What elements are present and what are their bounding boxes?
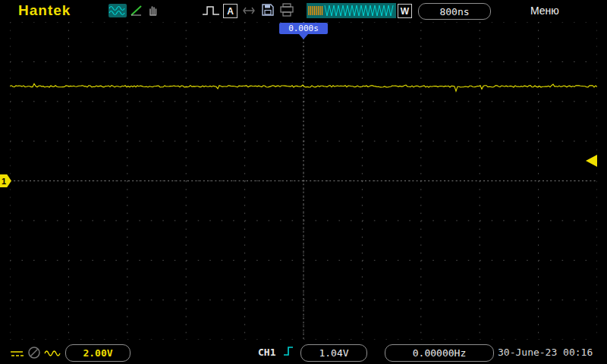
waveform-display: 0.000s [10, 22, 597, 340]
ch1-scale-readout: 2.00V [65, 344, 131, 362]
timebase-readout: 800ns [418, 3, 491, 20]
rising-edge-glyph [282, 345, 294, 357]
pan-arrows-glyph [241, 5, 256, 17]
print-icon[interactable] [279, 3, 294, 17]
trigger-source-label: CH1 [258, 347, 275, 358]
bw-limit-icon [27, 346, 41, 359]
window-zone-label: W [401, 6, 409, 17]
graticule [10, 22, 597, 340]
sine-bottom-glyph [44, 348, 61, 359]
trigger-overview-bar[interactable] [307, 3, 396, 18]
rising-edge-icon [282, 345, 294, 360]
pulse-trigger-icon[interactable] [202, 5, 220, 17]
auto-mode-label: A [227, 6, 234, 17]
pan-arrows-icon[interactable] [241, 5, 256, 17]
hand-icon[interactable] [146, 3, 160, 17]
sine-wave-icon [44, 348, 61, 359]
hand-glyph [146, 3, 160, 17]
trigger-position-badge[interactable]: 0.000s [279, 23, 328, 34]
waveform-display-icon[interactable] [109, 4, 127, 17]
sine-glyph [109, 4, 127, 17]
dc-coupling-icon [9, 348, 24, 359]
bw-glyph [27, 346, 41, 359]
pulse-glyph [202, 5, 220, 17]
ramp-glyph [130, 4, 143, 17]
trigger-level-readout: 1.04V [300, 344, 367, 362]
ch1-scale-value: 2.00V [83, 347, 112, 359]
timebase-value: 800ns [439, 6, 469, 17]
trigger-position-value: 0.000s [288, 24, 319, 33]
trigger-position-pointer [299, 34, 308, 39]
floppy-glyph [261, 3, 275, 17]
brand-logo: Hantek [18, 2, 71, 19]
window-zone-button[interactable]: W [398, 4, 412, 18]
trigger-level-value: 1.04V [319, 347, 348, 359]
frequency-readout: 0.00000Hz [385, 344, 494, 362]
oscilloscope-ui: Hantek A [0, 0, 607, 364]
printer-glyph [279, 3, 294, 17]
ramp-icon[interactable] [130, 4, 143, 17]
menu-label[interactable]: Меню [530, 5, 559, 17]
dc-glyph [9, 348, 24, 359]
datetime-label: 30-June-23 00:16 [498, 347, 593, 358]
save-icon[interactable] [261, 3, 275, 17]
frequency-value: 0.00000Hz [413, 347, 466, 359]
channel1-marker-label: 1 [2, 177, 6, 186]
overview-waveform-area [307, 3, 396, 18]
status-bar: 2.00V CH1 1.04V 0.00000Hz 30-June-23 00:… [0, 341, 607, 364]
auto-mode-button[interactable]: A [223, 4, 237, 18]
overview-waveform [325, 5, 393, 16]
top-bar: Hantek A [0, 0, 607, 21]
graticule-grid [10, 22, 597, 340]
